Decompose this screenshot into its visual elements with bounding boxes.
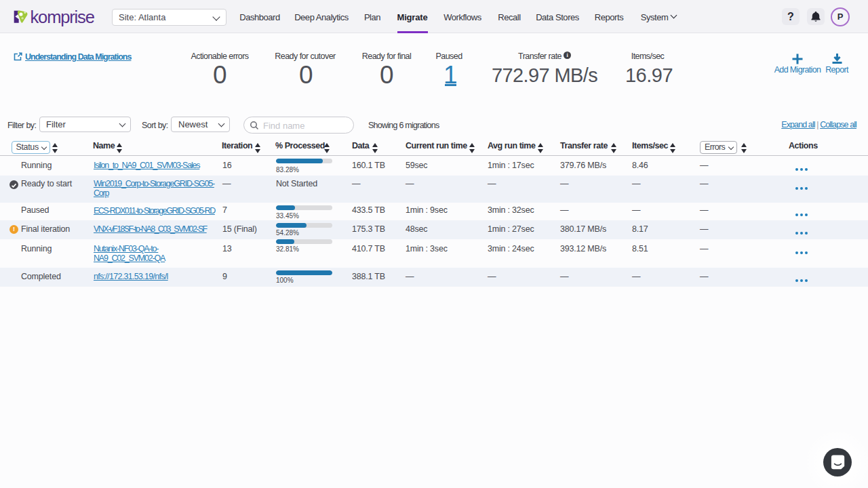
svg-text:komprise: komprise	[31, 7, 95, 26]
